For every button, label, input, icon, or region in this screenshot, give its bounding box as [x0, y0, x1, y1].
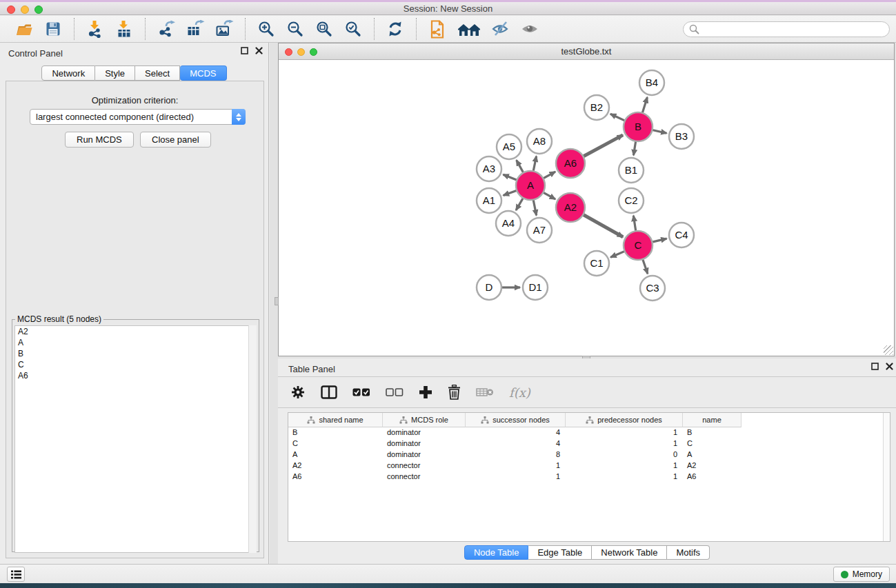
table-cell[interactable]: 1 [466, 460, 566, 472]
close-panel-button[interactable]: Close panel [140, 132, 211, 148]
splitter-handle-left[interactable] [275, 297, 279, 305]
graph-node-A7[interactable]: A7 [527, 218, 552, 243]
graph-edge-A-A5[interactable] [517, 160, 524, 172]
graph-node-D[interactable]: D [477, 275, 501, 300]
tab-edge-table[interactable]: Edge Table [528, 545, 592, 560]
tab-network[interactable]: Network [41, 65, 95, 81]
table-cell[interactable]: 4 [466, 427, 566, 438]
result-item[interactable]: A2 [15, 326, 254, 337]
graph-node-C1[interactable]: C1 [584, 251, 609, 276]
tab-node-table[interactable]: Node Table [464, 545, 529, 560]
table-cell[interactable]: dominator [383, 449, 466, 460]
table-row[interactable]: A6connector11A6 [288, 472, 890, 483]
table-cell[interactable]: B [683, 427, 741, 438]
import-network-button[interactable] [85, 18, 106, 40]
tab-style[interactable]: Style [95, 65, 135, 81]
float-panel-icon[interactable] [241, 47, 248, 54]
delete-column-button[interactable] [448, 385, 461, 400]
run-mcds-button[interactable]: Run MCDS [65, 132, 134, 148]
network-graph-canvas[interactable]: AA1A2A3A4A5A6A7A8BB1B2B3B4CC1C2C3C4DD1 [279, 61, 894, 356]
table-cell[interactable]: 8 [466, 449, 566, 460]
graph-node-A[interactable]: A [516, 171, 545, 200]
table-cell[interactable]: 1 [566, 427, 683, 438]
table-cell[interactable]: B [288, 427, 383, 438]
table-row[interactable]: Cdominator41C [288, 438, 890, 449]
graph-node-B1[interactable]: B1 [619, 158, 644, 183]
tab-motifs[interactable]: Motifs [667, 545, 710, 560]
graph-edge-A-A3[interactable] [503, 174, 517, 180]
table-scrollbar[interactable] [883, 413, 890, 541]
select-all-columns-button[interactable] [352, 388, 370, 397]
minimize-window-button[interactable] [21, 6, 29, 14]
create-column-button[interactable] [419, 385, 432, 399]
zoom-in-button[interactable] [256, 18, 277, 40]
table-cell[interactable]: connector [383, 460, 466, 472]
table-cell[interactable]: 1 [466, 472, 566, 483]
graph-edge-A-A2[interactable] [543, 192, 555, 199]
graph-edge-C-C1[interactable] [610, 251, 625, 257]
graph-edge-A-A7[interactable] [533, 200, 537, 216]
graph-node-A1[interactable]: A1 [477, 188, 501, 213]
graph-node-C2[interactable]: C2 [619, 188, 644, 213]
table-settings-button[interactable] [290, 385, 306, 400]
graph-edge-A2-C[interactable] [583, 214, 623, 236]
graph-edge-A-A6[interactable] [543, 172, 555, 179]
column-header-name[interactable]: name [683, 413, 741, 427]
graph-edge-B-B2[interactable] [610, 114, 625, 121]
graph-node-A5[interactable]: A5 [497, 134, 521, 159]
graph-node-B[interactable]: B [624, 112, 653, 141]
graph-edge-B-B4[interactable] [642, 97, 647, 113]
export-network-button[interactable] [156, 18, 177, 40]
tab-network-table[interactable]: Network Table [592, 545, 667, 560]
zoom-window-button[interactable] [34, 6, 43, 14]
float-table-panel-icon[interactable] [871, 363, 879, 370]
table-cell[interactable]: A [683, 449, 741, 460]
graph-edge-A6-B[interactable] [583, 135, 623, 156]
graph-edge-B-B1[interactable] [633, 141, 635, 156]
column-header-shared-name[interactable]: shared name [288, 413, 383, 427]
result-scrollbar[interactable] [248, 325, 257, 553]
graph-node-A4[interactable]: A4 [496, 211, 521, 236]
mcds-result-list[interactable]: A2ABCA6 [14, 325, 255, 553]
graph-edge-C-C3[interactable] [643, 259, 648, 274]
graph-node-A6[interactable]: A6 [556, 149, 585, 178]
graph-edge-A-A8[interactable] [533, 156, 536, 172]
network-zoom-button[interactable] [310, 48, 317, 56]
table-row[interactable]: A2connector11A2 [288, 460, 890, 472]
zoom-selected-button[interactable] [343, 18, 364, 40]
table-cell[interactable]: C [288, 438, 383, 449]
table-cell[interactable]: A2 [683, 460, 741, 472]
table-cell[interactable]: A [288, 449, 383, 460]
search-input[interactable] [683, 21, 890, 37]
network-from-document-button[interactable] [427, 18, 448, 40]
zoom-out-button[interactable] [285, 18, 306, 40]
export-image-button[interactable] [214, 18, 235, 40]
refresh-view-button[interactable] [385, 18, 406, 40]
graph-node-B4[interactable]: B4 [639, 70, 664, 95]
close-panel-icon[interactable] [255, 47, 263, 54]
table-cell[interactable]: 1 [566, 460, 683, 472]
table-row[interactable]: Adominator80A [288, 449, 890, 460]
result-item[interactable]: A6 [15, 370, 254, 381]
network-minimize-button[interactable] [297, 48, 305, 56]
node-table[interactable]: shared nameMCDS rolesuccessor nodesprede… [288, 412, 890, 542]
graph-edge-A-A1[interactable] [504, 190, 517, 195]
table-cell[interactable]: 4 [466, 438, 566, 449]
table-cell[interactable]: A6 [683, 472, 741, 483]
table-cell[interactable]: 0 [566, 449, 683, 460]
graph-node-C3[interactable]: C3 [640, 276, 665, 301]
graph-node-B2[interactable]: B2 [584, 95, 609, 120]
table-cell[interactable]: dominator [383, 427, 466, 438]
close-table-panel-icon[interactable] [886, 363, 893, 370]
graph-edge-C-C4[interactable] [652, 239, 666, 242]
table-cell[interactable]: connector [383, 472, 466, 483]
open-folder-button[interactable] [14, 18, 34, 40]
network-close-button[interactable] [285, 48, 292, 56]
task-history-button[interactable] [7, 567, 25, 582]
hide-graphics-details-button[interactable] [490, 18, 511, 40]
graph-node-C[interactable]: C [624, 231, 653, 260]
table-row[interactable]: Bdominator41B [288, 427, 890, 438]
graph-node-A8[interactable]: A8 [527, 129, 552, 154]
graph-node-C4[interactable]: C4 [669, 223, 694, 247]
column-header-successor-nodes[interactable]: successor nodes [466, 413, 566, 427]
